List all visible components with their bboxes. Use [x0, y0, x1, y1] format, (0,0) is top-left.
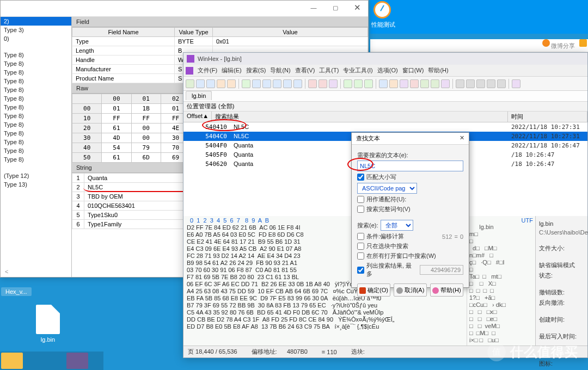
tb-ram-icon[interactable] [379, 79, 388, 88]
desktop-file-lgbin[interactable]: lg.bin [30, 305, 65, 343]
tb-cut-icon[interactable] [252, 79, 261, 88]
menu-window[interactable]: 窗口(W) [402, 66, 424, 75]
tb-first-icon[interactable] [466, 79, 475, 88]
ok-button[interactable]: 确定(O) [357, 283, 390, 297]
type-tree[interactable]: 2) Type 3) 0) Type 8) Type 8) Type 8) Ty… [1, 17, 72, 277]
tree-item[interactable]: Type 8) [1, 68, 71, 77]
tb-print-icon[interactable] [217, 79, 225, 88]
dialog-close-icon[interactable]: ✕ [460, 134, 464, 143]
winhex-toolbar[interactable] [183, 77, 587, 91]
tb-disk-icon[interactable] [389, 79, 398, 88]
encoding-select[interactable]: ASCII/Code page [357, 183, 417, 194]
tb-replace-icon[interactable] [329, 79, 338, 88]
position-manager-header[interactable]: 位置管理器 (全部) [183, 102, 587, 112]
tb-back-icon[interactable] [354, 79, 363, 88]
tb-paste3-icon[interactable] [293, 79, 302, 88]
tb-compare-icon[interactable] [431, 79, 439, 88]
chk-wildcard[interactable] [357, 196, 364, 203]
help-button[interactable]: 帮助(H) [430, 283, 463, 297]
tb-paste-icon[interactable] [273, 79, 281, 88]
tb-calc-icon[interactable] [400, 79, 408, 88]
menu-view[interactable]: 查看(V) [295, 66, 315, 75]
tb-findtext-icon[interactable] [318, 79, 327, 88]
col-result[interactable]: 搜索结果 [212, 112, 508, 122]
chk-listresults[interactable] [357, 267, 364, 274]
menu-protools[interactable]: 专业工具(I) [343, 66, 372, 75]
tree-item[interactable]: Type 8) [1, 129, 71, 138]
maximize-button[interactable]: ▢ [324, 2, 346, 16]
col-valuetype[interactable]: Value Type [175, 28, 213, 37]
col-value[interactable]: Value [213, 28, 368, 37]
tb-new-icon[interactable] [186, 79, 194, 88]
tb-fwd-icon[interactable] [364, 79, 373, 88]
tree-item[interactable]: Type 8) [1, 120, 71, 129]
tree-item-selected[interactable]: 2) [1, 17, 71, 26]
tb-next-icon[interactable] [487, 79, 495, 88]
tree-item[interactable]: Type 8) [1, 103, 71, 112]
tree-item[interactable]: 0) [1, 34, 71, 43]
weibo-icon[interactable] [542, 39, 550, 47]
tree-item[interactable]: Type 8) [1, 59, 71, 68]
col-fieldname[interactable]: Field Name [72, 28, 175, 37]
tb-last-icon[interactable] [497, 79, 506, 88]
tb-undo-icon[interactable] [242, 79, 250, 88]
tb-copy-icon[interactable] [262, 79, 271, 88]
winhex-menu[interactable]: 文件(F) 编辑(E) 搜索(S) 导航(N) 查看(V) 工具(T) 专业工具… [183, 65, 587, 77]
tb-pos-icon[interactable] [456, 79, 464, 88]
scroll-left-hint[interactable]: < [5, 268, 8, 275]
taskbar-explorer-icon[interactable] [1, 353, 23, 369]
tb-goto-icon[interactable] [344, 79, 352, 88]
col-offset[interactable]: Offset▲ [183, 112, 212, 122]
tree-item[interactable]: Type 8) [1, 77, 71, 85]
taskbar-item-hex[interactable]: Hex_v... [1, 287, 32, 296]
col-time[interactable]: 时间 [508, 112, 587, 122]
tb-tmpl-icon[interactable] [420, 79, 429, 88]
tb-save-icon[interactable] [206, 79, 215, 88]
tb-props-icon[interactable] [227, 79, 236, 88]
winhex-tabs[interactable]: lg.bin [183, 91, 587, 102]
tree-item[interactable]: Type 8) [1, 112, 71, 120]
tree-item[interactable]: Type 3) [1, 26, 71, 34]
camera-icon[interactable] [579, 39, 587, 47]
tree-item[interactable]: Type 8) [1, 138, 71, 146]
chk-wholeword[interactable] [357, 206, 364, 213]
tb-open-icon[interactable] [196, 79, 205, 88]
cond-b: 0 [460, 233, 463, 240]
tb-findhex-icon[interactable] [308, 79, 317, 88]
menu-tools[interactable]: 工具(T) [319, 66, 339, 75]
tree-item[interactable]: Type 8) [1, 146, 71, 155]
chk-cond[interactable] [357, 233, 364, 240]
chk-matchcase[interactable] [357, 174, 364, 181]
tb-paste2-icon[interactable] [283, 79, 292, 88]
menu-nav[interactable]: 导航(N) [270, 66, 290, 75]
help-icon [432, 287, 439, 294]
menu-file[interactable]: 文件(F) [198, 66, 217, 75]
menu-options[interactable]: 选项(O) [377, 66, 398, 75]
tree-item[interactable]: Type 8) [1, 155, 71, 164]
tree-item[interactable]: Type 8) [1, 51, 71, 59]
taskbar[interactable] [0, 351, 103, 370]
tb-settings-icon[interactable] [512, 79, 520, 88]
cancel-button[interactable]: 取消(A) [394, 283, 427, 297]
menu-help[interactable]: 帮助(H) [428, 66, 448, 75]
search-text-input[interactable] [357, 161, 463, 171]
chk-selonly[interactable] [357, 243, 364, 250]
close-button[interactable]: ✕ [346, 2, 368, 16]
tb-prev-icon[interactable] [476, 79, 485, 88]
tb-hash-icon[interactable] [410, 79, 419, 88]
taskbar-app-icon[interactable] [66, 353, 88, 369]
menu-search[interactable]: 搜索(S) [246, 66, 266, 75]
scope-select[interactable]: 全部 [381, 220, 413, 231]
tree-item[interactable]: Type 13) [1, 180, 71, 189]
minimize-button[interactable]: — [303, 2, 324, 16]
tb-analysis-icon[interactable] [441, 79, 450, 88]
chk-allwin[interactable] [357, 252, 364, 260]
rp-ctime: 创建时间: [539, 316, 584, 324]
tree-item[interactable]: Type 8) [1, 85, 71, 94]
tree-item[interactable]: Type 8) [1, 94, 71, 103]
tab-lgbin[interactable]: lg.bin [186, 91, 212, 100]
max-results-input[interactable] [420, 265, 463, 275]
menu-edit[interactable]: 编辑(E) [222, 66, 242, 75]
tree-item[interactable]: (Type 12) [1, 171, 71, 180]
share-label[interactable]: 微博分享 [551, 39, 575, 52]
